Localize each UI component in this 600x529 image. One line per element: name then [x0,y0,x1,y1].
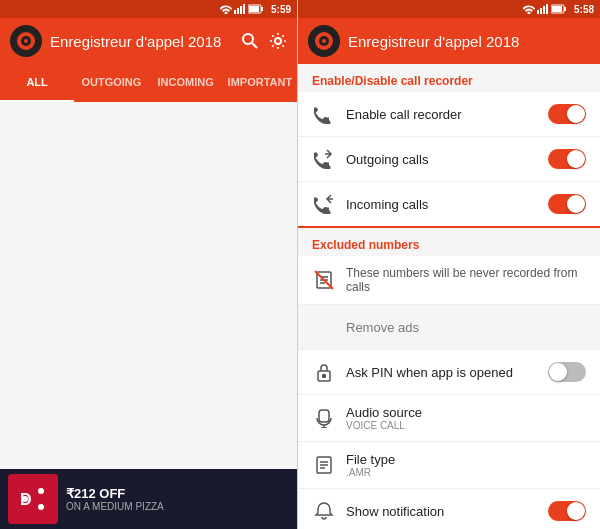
svg-point-13 [275,38,281,44]
setting-ask-pin[interactable]: Ask PIN when app is opened [298,350,600,395]
ask-pin-label: Ask PIN when app is opened [346,365,538,380]
toggle-enable-recorder[interactable] [548,104,586,124]
svg-rect-0 [234,10,236,14]
svg-rect-37 [319,410,329,422]
left-tabs: ALL OUTGOING INCOMING IMPORTANT [0,64,297,102]
right-battery-icon [551,4,567,14]
tab-important[interactable]: IMPORTANT [223,64,297,102]
setting-show-notification[interactable]: Show notification [298,489,600,529]
toggle-outgoing[interactable] [548,149,586,169]
svg-point-29 [322,39,326,43]
remove-ads-label: Remove ads [346,320,586,335]
outgoing-calls-text: Outgoing calls [346,152,538,167]
file-type-sublabel: .amr [346,467,586,478]
setting-excluded-numbers[interactable]: These numbers will be never recorded fro… [298,256,600,305]
enable-recorder-icon [312,102,336,126]
settings-icon[interactable] [269,32,287,50]
ad-banner[interactable]: D ₹212 OFF ON A MEDIUM PIZZA [0,469,297,529]
left-app-title: Enregistreur d'appel 2018 [50,33,233,50]
right-status-icons [523,4,567,14]
remove-ads-icon [312,315,336,339]
show-notification-label: Show notification [346,504,538,519]
enable-recorder-label: Enable call recorder [346,107,538,122]
right-app-icon [308,25,340,57]
svg-line-12 [252,43,257,48]
incoming-calls-icon [312,192,336,216]
svg-rect-25 [552,6,562,12]
svg-rect-3 [243,4,245,14]
svg-point-17 [38,504,44,510]
setting-outgoing-calls[interactable]: Outgoing calls [298,137,600,182]
svg-rect-21 [543,6,545,14]
audio-source-label: Audio source [346,405,586,420]
app-logo-icon [12,27,40,55]
toggle-ask-pin[interactable] [548,362,586,382]
incoming-calls-label: Incoming calls [346,197,538,212]
remove-ads-text: Remove ads [346,320,586,335]
right-app-title: Enregistreur d'appel 2018 [348,33,590,50]
toggle-show-notification[interactable] [548,501,586,521]
right-panel: 5:58 Enregistreur d'appel 2018 Enable/Di… [298,0,600,529]
excluded-numbers-icon [312,268,336,292]
outgoing-calls-icon [312,147,336,171]
wifi-icon [220,4,232,14]
right-wifi-icon [523,4,535,14]
file-type-text: File type .amr [346,452,586,478]
left-time: 5:59 [271,4,291,15]
svg-rect-2 [240,6,242,14]
svg-rect-19 [537,10,539,14]
file-type-icon [312,453,336,477]
incoming-calls-text: Incoming calls [346,197,538,212]
settings-content: Enable/Disable call recorder Enable call… [298,64,600,529]
setting-incoming-calls[interactable]: Incoming calls [298,182,600,228]
setting-remove-ads[interactable]: Remove ads [298,305,600,350]
svg-point-11 [243,34,253,44]
setting-file-type[interactable]: File type .amr [298,442,600,489]
ad-offer: ₹212 OFF [66,486,289,501]
ad-text: ₹212 OFF ON A MEDIUM PIZZA [66,486,289,512]
svg-rect-6 [249,6,259,12]
left-status-bar: 5:59 [0,0,297,18]
left-panel: 5:59 Enregistreur d'appel 2018 ALL [0,0,298,529]
audio-source-sublabel: VOICE CALL [346,420,586,431]
outgoing-calls-label: Outgoing calls [346,152,538,167]
svg-point-10 [24,39,28,43]
svg-rect-5 [261,7,263,11]
ad-logo: D [8,474,58,524]
signal-icon [234,4,246,14]
setting-enable-recorder[interactable]: Enable call recorder [298,92,600,137]
battery-icon [248,4,264,14]
left-top-bar: Enregistreur d'appel 2018 [0,18,297,64]
svg-rect-20 [540,8,542,14]
right-status-bar: 5:58 [298,0,600,18]
tab-outgoing[interactable]: OUTGOING [74,64,148,102]
svg-rect-24 [564,7,566,11]
tab-all[interactable]: ALL [0,64,74,102]
section-header-excluded: Excluded numbers [298,228,600,256]
svg-point-18 [22,496,28,502]
dominos-logo-icon: D [15,481,51,517]
svg-rect-22 [546,4,548,14]
right-signal-icon [537,4,549,14]
left-app-icon [10,25,42,57]
show-notification-text: Show notification [346,504,538,519]
right-time: 5:58 [574,4,594,15]
toggle-incoming[interactable] [548,194,586,214]
left-top-bar-icons [241,32,287,50]
svg-rect-1 [237,8,239,14]
right-app-logo-icon [310,27,338,55]
tab-incoming[interactable]: INCOMING [149,64,223,102]
ad-subtitle: ON A MEDIUM PIZZA [66,501,289,512]
audio-source-text: Audio source VOICE CALL [346,405,586,431]
ask-pin-icon [312,360,336,384]
audio-source-icon [312,406,336,430]
ask-pin-text: Ask PIN when app is opened [346,365,538,380]
excluded-numbers-text: These numbers will be never recorded fro… [346,266,586,294]
search-icon[interactable] [241,32,259,50]
enable-recorder-text: Enable call recorder [346,107,538,122]
setting-audio-source[interactable]: Audio source VOICE CALL [298,395,600,442]
right-top-bar: Enregistreur d'appel 2018 [298,18,600,64]
excluded-numbers-label: These numbers will be never recorded fro… [346,266,586,294]
show-notification-icon [312,499,336,523]
svg-point-16 [38,488,44,494]
